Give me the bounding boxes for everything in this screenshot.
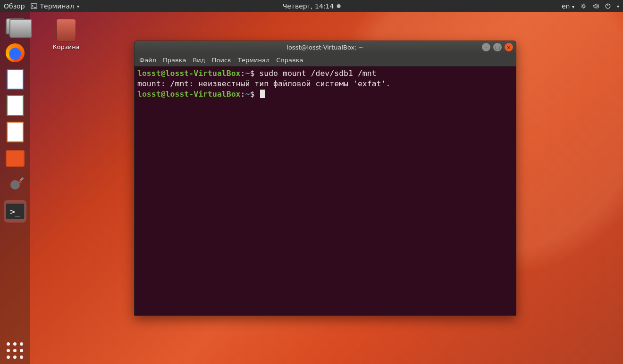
chevron-down-icon: ▾ xyxy=(77,4,79,9)
impress-icon xyxy=(7,122,24,142)
launcher-firefox[interactable] xyxy=(4,41,26,64)
firefox-icon xyxy=(6,43,25,62)
clock-area[interactable]: Четверг, 14:14 xyxy=(283,2,341,10)
desktop-trash-icon[interactable]: Корзина xyxy=(47,19,85,50)
svg-rect-4 xyxy=(20,177,24,181)
menu-view[interactable]: Вид xyxy=(193,57,205,64)
settings-icon xyxy=(5,175,25,195)
focused-app-name: Терминал xyxy=(40,2,74,10)
launcher-settings[interactable] xyxy=(4,174,26,196)
terminal-cursor xyxy=(260,90,265,98)
volume-icon[interactable] xyxy=(592,3,599,9)
input-language-indicator[interactable]: en ▾ xyxy=(562,2,574,10)
show-applications-button[interactable] xyxy=(0,341,30,360)
writer-icon xyxy=(7,69,24,90)
terminal-output[interactable]: losst@losst-VirtualBox:~$ sudo mount /de… xyxy=(135,66,516,315)
svg-rect-0 xyxy=(31,4,36,9)
menu-search[interactable]: Поиск xyxy=(212,57,231,64)
calc-icon xyxy=(7,95,24,116)
window-close-button[interactable]: × xyxy=(505,43,513,51)
desktop-home-icon[interactable] xyxy=(7,19,35,38)
power-icon[interactable] xyxy=(605,3,611,9)
launcher-dock: >_ xyxy=(0,12,30,364)
window-maximize-button[interactable]: ▢ xyxy=(493,43,502,51)
chevron-down-icon: ▾ xyxy=(617,4,619,9)
trash-icon xyxy=(56,19,76,41)
launcher-impress[interactable] xyxy=(4,121,26,143)
window-title: losst@losst-VirtualBox: ~ xyxy=(286,44,363,51)
top-panel: Обзор Терминал ▾ Четверг, 14:14 en ▾ ▾ xyxy=(0,0,623,12)
window-menubar: Файл Правка Вид Поиск Терминал Справка xyxy=(135,54,516,66)
menu-file[interactable]: Файл xyxy=(139,57,156,64)
software-icon xyxy=(6,150,25,167)
menu-terminal[interactable]: Терминал xyxy=(238,57,269,64)
launcher-terminal[interactable]: >_ xyxy=(4,200,26,223)
focused-app-indicator[interactable]: Терминал ▾ xyxy=(31,2,79,10)
drawer-icon xyxy=(9,19,32,38)
launcher-software[interactable] xyxy=(4,147,26,170)
terminal-icon: >_ xyxy=(6,203,25,219)
terminal-window: losst@losst-VirtualBox: ~ – ▢ × Файл Пра… xyxy=(134,41,516,316)
window-minimize-button[interactable]: – xyxy=(482,43,490,51)
activities-button[interactable]: Обзор xyxy=(4,2,25,10)
chevron-down-icon: ▾ xyxy=(572,4,574,9)
launcher-calc[interactable] xyxy=(4,94,26,117)
launcher-writer[interactable] xyxy=(4,68,26,91)
terminal-icon xyxy=(31,3,37,9)
clock-text: Четверг, 14:14 xyxy=(283,2,334,10)
notification-dot-icon xyxy=(337,4,340,8)
svg-point-3 xyxy=(10,180,20,190)
menu-help[interactable]: Справка xyxy=(276,57,303,64)
desktop-trash-label: Корзина xyxy=(52,43,79,50)
window-titlebar[interactable]: losst@losst-VirtualBox: ~ – ▢ × xyxy=(135,41,516,54)
menu-edit[interactable]: Правка xyxy=(163,57,186,64)
apps-grid-icon xyxy=(6,341,25,360)
network-icon[interactable] xyxy=(580,3,587,9)
